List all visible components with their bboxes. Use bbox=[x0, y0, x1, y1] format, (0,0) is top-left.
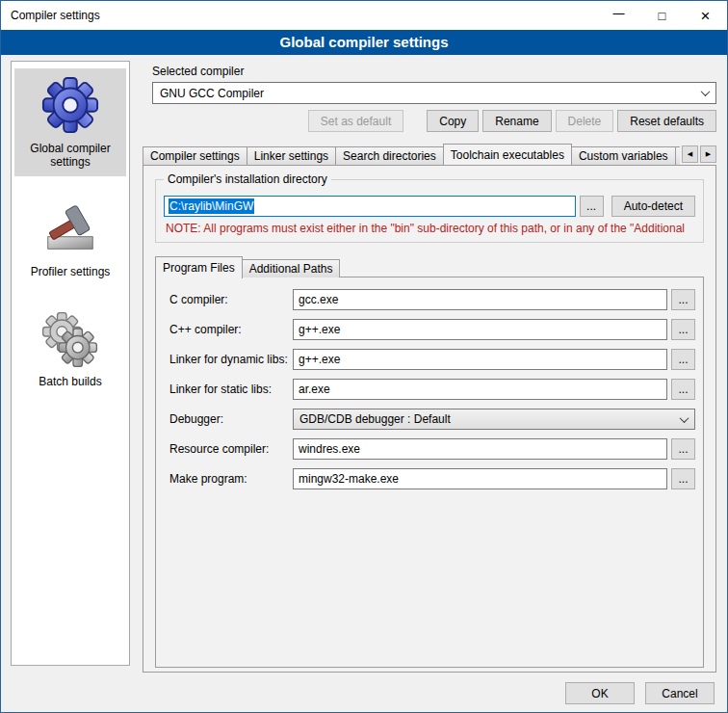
blue-gear-icon bbox=[40, 75, 100, 135]
linker-static-label: Linker for static libs: bbox=[169, 383, 293, 396]
close-button[interactable]: × bbox=[684, 1, 727, 30]
selected-compiler-dropdown[interactable]: GNU GCC Compiler bbox=[152, 82, 716, 104]
minimize-button[interactable]: — bbox=[597, 1, 640, 30]
copy-button[interactable]: Copy bbox=[427, 110, 479, 132]
linker-dynamic-browse-button[interactable]: ... bbox=[671, 349, 695, 370]
cpp-compiler-label: C++ compiler: bbox=[169, 323, 293, 336]
installation-directory-row: C:\raylib\MinGW ... Auto-detect bbox=[164, 196, 695, 217]
toolchain-executables-panel: Compiler's installation directory C:\ray… bbox=[143, 165, 716, 673]
c-compiler-input[interactable] bbox=[293, 289, 667, 310]
sidebar-item-global-compiler-settings[interactable]: Global compiler settings bbox=[14, 68, 126, 176]
batch-builds-icon bbox=[40, 308, 100, 368]
resource-compiler-label: Resource compiler: bbox=[169, 442, 293, 456]
sidebar-item-label: Global compiler settings bbox=[16, 142, 124, 169]
compiler-actions: Set as default Copy Rename Delete Reset … bbox=[152, 110, 716, 132]
c-compiler-browse-button[interactable]: ... bbox=[671, 289, 695, 310]
tab-linker-settings[interactable]: Linker settings bbox=[247, 146, 336, 165]
field-row-resource-compiler: Resource compiler: ... bbox=[169, 438, 695, 460]
debugger-dropdown[interactable]: GDB/CDB debugger : Default bbox=[293, 409, 695, 430]
resource-compiler-input[interactable] bbox=[293, 438, 667, 460]
field-row-linker-static: Linker for static libs: ... bbox=[169, 379, 695, 400]
profiler-icon bbox=[40, 198, 100, 258]
window-title: Compiler settings bbox=[1, 1, 597, 30]
linker-static-input[interactable] bbox=[293, 379, 667, 400]
program-files-tab-bar: Program Files Additional Paths bbox=[155, 256, 704, 277]
reset-defaults-button[interactable]: Reset defaults bbox=[617, 110, 716, 132]
maximize-icon: □ bbox=[659, 10, 666, 22]
debugger-label: Debugger: bbox=[169, 412, 293, 426]
main-panel: Selected compiler GNU GCC Compiler Set a… bbox=[143, 61, 716, 673]
tab-toolchain-executables[interactable]: Toolchain executables bbox=[443, 144, 572, 165]
cpp-compiler-browse-button[interactable]: ... bbox=[671, 319, 695, 340]
make-program-input[interactable] bbox=[293, 468, 667, 489]
cpp-compiler-input[interactable] bbox=[293, 319, 667, 340]
tab-scroll-left-icon[interactable]: ◀ bbox=[682, 145, 698, 163]
installation-directory-group-title: Compiler's installation directory bbox=[164, 172, 331, 186]
tab-compiler-settings[interactable]: Compiler settings bbox=[143, 146, 247, 165]
linker-dynamic-label: Linker for dynamic libs: bbox=[169, 353, 293, 366]
selected-compiler-label: Selected compiler bbox=[152, 65, 716, 78]
close-icon: × bbox=[701, 8, 711, 24]
cancel-button[interactable]: Cancel bbox=[645, 682, 715, 704]
minimize-icon: — bbox=[613, 8, 625, 19]
compiler-settings-dialog: Compiler settings — □ × Global compiler … bbox=[0, 0, 728, 713]
field-row-linker-dynamic: Linker for dynamic libs: ... bbox=[169, 349, 695, 370]
settings-tab-bar: Compiler settings Linker settings Search… bbox=[143, 144, 716, 165]
sidebar-item-batch-builds[interactable]: Batch builds bbox=[14, 302, 126, 396]
set-as-default-button[interactable]: Set as default bbox=[308, 110, 403, 132]
tab-scroll-buttons: ◀ ▶ bbox=[682, 145, 716, 163]
tabs-viewport: Compiler settings Linker settings Search… bbox=[143, 144, 680, 165]
chevron-down-icon bbox=[695, 84, 715, 102]
tab-build-options[interactable]: Build options bbox=[675, 146, 680, 165]
sidebar-item-label: Profiler settings bbox=[16, 265, 124, 278]
resource-compiler-browse-button[interactable]: ... bbox=[671, 438, 695, 460]
field-row-cpp-compiler: C++ compiler: ... bbox=[169, 319, 695, 340]
maximize-button[interactable]: □ bbox=[640, 1, 684, 30]
delete-button[interactable]: Delete bbox=[556, 110, 614, 132]
bin-subdirectory-note: NOTE: All programs must exist either in … bbox=[166, 222, 695, 235]
tab-custom-variables[interactable]: Custom variables bbox=[571, 146, 676, 165]
install-dir-input[interactable]: C:\raylib\MinGW bbox=[164, 196, 576, 217]
make-program-browse-button[interactable]: ... bbox=[671, 468, 695, 489]
program-files-panel: C compiler: ... C++ compiler: ... Linker… bbox=[155, 277, 704, 668]
dialog-footer: OK Cancel bbox=[565, 682, 715, 704]
linker-static-browse-button[interactable]: ... bbox=[671, 379, 695, 400]
install-dir-browse-button[interactable]: ... bbox=[580, 196, 604, 217]
tab-additional-paths[interactable]: Additional Paths bbox=[242, 259, 341, 277]
field-row-make-program: Make program: ... bbox=[169, 468, 695, 489]
tab-scroll-right-icon[interactable]: ▶ bbox=[700, 145, 716, 163]
linker-dynamic-input[interactable] bbox=[293, 349, 667, 370]
auto-detect-button[interactable]: Auto-detect bbox=[611, 196, 695, 217]
install-dir-value: C:\raylib\MinGW bbox=[169, 198, 254, 214]
tab-program-files[interactable]: Program Files bbox=[155, 256, 243, 278]
settings-category-list: Global compiler settings Profiler settin… bbox=[11, 61, 130, 666]
rename-button[interactable]: Rename bbox=[482, 110, 551, 132]
sidebar-item-profiler-settings[interactable]: Profiler settings bbox=[14, 192, 126, 286]
tab-search-directories[interactable]: Search directories bbox=[335, 146, 444, 165]
installation-directory-group: Compiler's installation directory C:\ray… bbox=[155, 179, 704, 243]
title-bar[interactable]: Compiler settings — □ × bbox=[1, 1, 727, 30]
field-row-c-compiler: C compiler: ... bbox=[169, 289, 695, 310]
chevron-down-icon bbox=[674, 410, 693, 428]
field-row-debugger: Debugger: GDB/CDB debugger : Default bbox=[169, 409, 695, 430]
dialog-header-title: Global compiler settings bbox=[1, 30, 727, 55]
make-program-label: Make program: bbox=[169, 472, 293, 486]
selected-compiler-value: GNU GCC Compiler bbox=[160, 87, 264, 100]
debugger-value: GDB/CDB debugger : Default bbox=[299, 412, 451, 426]
sidebar-item-label: Batch builds bbox=[16, 375, 124, 388]
c-compiler-label: C compiler: bbox=[169, 293, 293, 306]
ok-button[interactable]: OK bbox=[565, 682, 635, 704]
